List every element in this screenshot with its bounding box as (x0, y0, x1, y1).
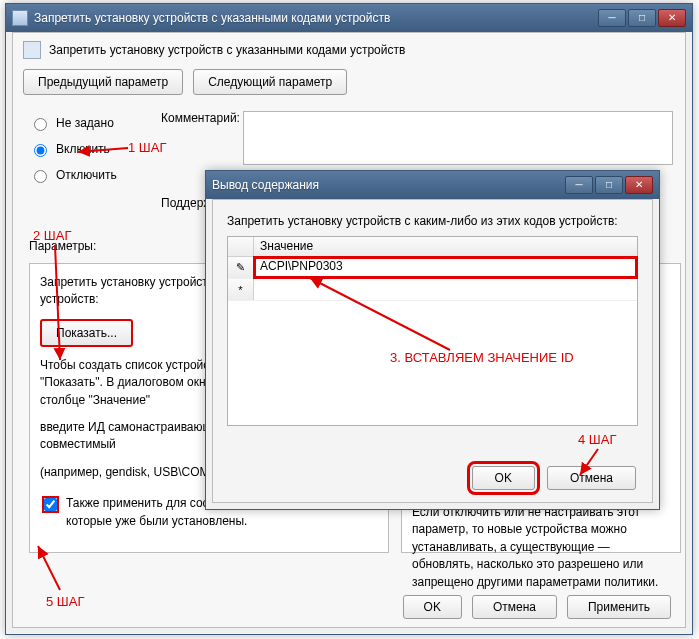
header-text: Запретить установку устройств с указанны… (49, 43, 405, 57)
dialog-title: Вывод содержания (212, 178, 565, 192)
dialog-prompt: Запретить установку устройств с каким-ли… (213, 200, 652, 236)
main-titlebar: Запретить установку устройств с указанны… (6, 4, 692, 32)
grid-row-new[interactable]: * (228, 279, 637, 301)
show-button[interactable]: Показать... (40, 319, 133, 347)
main-ok-button[interactable]: OK (403, 595, 462, 619)
radio-enabled[interactable]: Включить (29, 141, 117, 157)
previous-setting-button[interactable]: Предыдущий параметр (23, 69, 183, 95)
dialog-client: Запретить установку устройств с каким-ли… (212, 199, 653, 503)
close-button[interactable]: ✕ (658, 9, 686, 27)
grid-cell-value-1[interactable]: ACPI\PNP0303 (254, 257, 637, 278)
row-marker-new-icon: * (228, 279, 254, 300)
main-title: Запретить установку устройств с указанны… (34, 11, 598, 25)
radio-enabled-label: Включить (56, 142, 110, 156)
parameters-label: Параметры: (29, 239, 96, 253)
maximize-button[interactable]: □ (628, 9, 656, 27)
grid-cell-new[interactable] (254, 279, 637, 300)
row-marker-edit-icon: ✎ (228, 257, 254, 278)
dialog-ok-button[interactable]: OK (472, 466, 535, 490)
radio-disabled-input[interactable] (34, 170, 47, 183)
dialog-titlebar: Вывод содержания ─ □ ✕ (206, 171, 659, 199)
dialog-maximize-button[interactable]: □ (595, 176, 623, 194)
also-apply-checkbox[interactable] (44, 498, 57, 511)
header-row: Запретить установку устройств с указанны… (13, 33, 685, 67)
radio-not-configured-input[interactable] (34, 118, 47, 131)
show-contents-dialog: Вывод содержания ─ □ ✕ Запретить установ… (205, 170, 660, 510)
main-cancel-button[interactable]: Отмена (472, 595, 557, 619)
radio-disabled-label: Отключить (56, 168, 117, 182)
grid-row-1[interactable]: ✎ ACPI\PNP0303 (228, 257, 637, 279)
radio-disabled[interactable]: Отключить (29, 167, 117, 183)
grid-col-value: Значение (254, 237, 637, 256)
radio-enabled-input[interactable] (34, 144, 47, 157)
comment-label: Комментарий: (161, 111, 240, 125)
comment-textarea[interactable] (243, 111, 673, 165)
radio-not-configured[interactable]: Не задано (29, 115, 117, 131)
radio-not-configured-label: Не задано (56, 116, 114, 130)
dialog-cancel-button[interactable]: Отмена (547, 466, 636, 490)
grid-header: Значение (228, 237, 637, 257)
grid-corner (228, 237, 254, 256)
next-setting-button[interactable]: Следующий параметр (193, 69, 347, 95)
app-icon (12, 10, 28, 26)
dialog-minimize-button[interactable]: ─ (565, 176, 593, 194)
help-text: Если отключить или не настраивать этот п… (412, 504, 670, 591)
policy-icon (23, 41, 41, 59)
minimize-button[interactable]: ─ (598, 9, 626, 27)
main-apply-button[interactable]: Применить (567, 595, 671, 619)
dialog-close-button[interactable]: ✕ (625, 176, 653, 194)
value-grid[interactable]: Значение ✎ ACPI\PNP0303 * (227, 236, 638, 426)
